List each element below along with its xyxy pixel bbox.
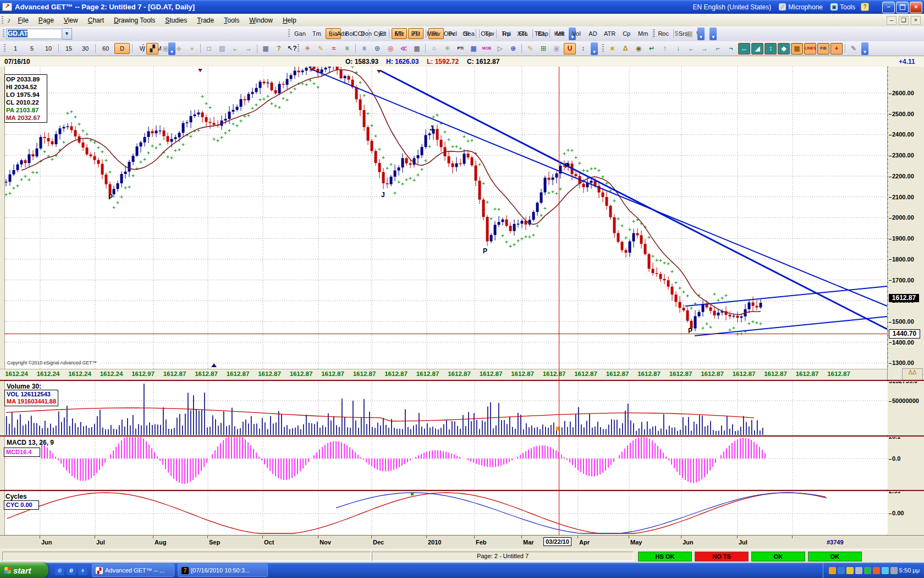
expand-d-icon[interactable]: ◢: [751, 43, 763, 54]
price-alert-line[interactable]: [4, 334, 887, 334]
menu-tools[interactable]: Tools: [219, 15, 244, 25]
menu-trade[interactable]: Trade: [192, 15, 219, 25]
toolbar-grip[interactable]: [653, 29, 655, 38]
study-button-sto[interactable]: Sto: [515, 28, 531, 39]
tray-network-icon[interactable]: [882, 567, 889, 574]
grid-tool-icon[interactable]: ▦: [411, 43, 423, 54]
study-button-15[interactable]: 15: [61, 43, 76, 54]
layouts-icon[interactable]: ⊞: [537, 43, 549, 54]
esignal-scales-icon[interactable]: ΔΔ: [902, 368, 923, 380]
toolbar-grip[interactable]: [142, 44, 144, 53]
note-balloon-icon[interactable]: ●: [186, 43, 198, 54]
study-button-jti[interactable]: JTI: [408, 28, 424, 39]
home-icon[interactable]: ⌂: [657, 28, 669, 40]
expand-v-icon[interactable]: ↕: [765, 43, 777, 54]
study-button-10[interactable]: 10: [41, 43, 56, 54]
menu-studies[interactable]: Studies: [160, 15, 192, 25]
toolbar-grip[interactable]: [288, 29, 290, 38]
study-button-30[interactable]: 30: [78, 43, 93, 54]
study-button-vol[interactable]: Vol: [569, 28, 584, 39]
funds-icon[interactable]: $: [670, 28, 683, 40]
tray-monitor-icon[interactable]: [838, 567, 845, 574]
scroll-down-icon[interactable]: ↓: [672, 43, 684, 54]
gann-tools-icon[interactable]: ✳: [301, 43, 314, 54]
taskbar-window-button[interactable]: 7[07/16/2010 10:50:3...: [178, 564, 268, 577]
price-chart-panel[interactable]: PJJPPPCopyright ©2010 eSignal Advanced G…: [4, 67, 888, 369]
study-button-cci[interactable]: CCI: [351, 28, 366, 39]
microphone-button[interactable]: ∕Microphone: [777, 3, 825, 11]
toolbar-overflow-button[interactable]: ▼: [710, 28, 717, 40]
expand-h-icon[interactable]: ↔: [738, 43, 750, 54]
save-icon[interactable]: ▤: [216, 43, 228, 54]
time-axis[interactable]: JunJulAugSepOctNovDec2010FebMarAprMayJun…: [0, 535, 924, 549]
time-clock-icon[interactable]: ⊙: [371, 43, 383, 54]
toolbar-overflow-button[interactable]: ▼: [591, 42, 598, 55]
langbar-help-button[interactable]: ?: [861, 3, 869, 11]
tray-antivirus-icon[interactable]: [864, 567, 871, 574]
study-button-mac[interactable]: Mac: [425, 28, 441, 39]
edit-page-icon[interactable]: ✎: [848, 43, 860, 54]
langbar-tools-button[interactable]: ▣Tools: [828, 3, 857, 11]
eraser-icon[interactable]: ◆: [173, 43, 185, 54]
study-button-etr[interactable]: ETr: [392, 28, 407, 39]
target-icon[interactable]: ◎: [384, 43, 397, 54]
mdi-close-button[interactable]: ×: [911, 16, 921, 25]
messenger-icon[interactable]: ♦: [78, 566, 87, 575]
study-button-osc[interactable]: Osc: [479, 28, 494, 39]
mdi-restore-button[interactable]: ❏: [899, 16, 909, 25]
study-button-mm[interactable]: Mm: [635, 28, 651, 39]
fib-icon[interactable]: FIB: [817, 43, 829, 54]
menu-page[interactable]: Page: [34, 15, 59, 25]
study-button-gan[interactable]: Gan: [292, 28, 308, 39]
study-button-oi[interactable]: OI: [458, 28, 474, 39]
help-icon[interactable]: ?: [273, 43, 285, 54]
page-down-icon[interactable]: ¬: [725, 43, 737, 54]
new-chart-icon[interactable]: □: [203, 43, 215, 54]
study-button-tci[interactable]: TCI: [532, 28, 547, 39]
volume-panel[interactable]: [4, 381, 888, 435]
panel-separator[interactable]: [0, 380, 924, 381]
pencil-icon[interactable]: ✎: [315, 43, 327, 54]
toolbar-grip[interactable]: [331, 29, 332, 38]
symbol-input[interactable]: GD.AT: [6, 29, 62, 39]
ellipse-tool-icon[interactable]: ○: [428, 43, 440, 54]
fib-time-icon[interactable]: ✳: [441, 43, 453, 54]
tray-device-icon[interactable]: [855, 567, 862, 574]
options-icon[interactable]: ◉: [632, 43, 645, 54]
unlock-icon[interactable]: ▣: [551, 43, 563, 54]
panel-separator[interactable]: [0, 435, 924, 437]
pointer-note-icon[interactable]: ▷: [494, 43, 506, 54]
symbol-combo[interactable]: GD.AT ▼: [6, 28, 72, 40]
lock-icon[interactable]: ▣: [160, 43, 172, 54]
language-indicator[interactable]: EN English (United States): [691, 3, 774, 11]
watchlist-scales-icon[interactable]: Δ: [619, 43, 631, 54]
close-button[interactable]: ×: [910, 2, 922, 13]
collapse-icon[interactable]: ◆: [778, 43, 790, 54]
layout-chart-icon[interactable]: ▦: [684, 28, 696, 40]
mdi-minimize-button[interactable]: –: [887, 16, 897, 25]
menu-view[interactable]: View: [59, 15, 83, 25]
fan-lines-icon[interactable]: ≪: [398, 43, 410, 54]
tray-volume-icon[interactable]: [890, 567, 898, 574]
menu-chart[interactable]: Chart: [83, 15, 109, 25]
study-button-cyc[interactable]: Cyc: [371, 28, 387, 39]
menu-help[interactable]: Help: [278, 15, 301, 25]
pti-icon[interactable]: PTI: [454, 43, 466, 54]
study-button-atr[interactable]: ATR: [602, 28, 618, 39]
study-button-mfi[interactable]: Mfi: [552, 28, 568, 39]
start-button[interactable]: start: [0, 563, 48, 578]
panel-separator[interactable]: [0, 490, 924, 491]
study-button-1[interactable]: 1: [8, 43, 23, 54]
toolbar-grip[interactable]: [298, 44, 299, 53]
restore-button[interactable]: [896, 2, 909, 13]
crosshair-icon[interactable]: +: [831, 43, 843, 54]
tray-updates-icon[interactable]: [873, 567, 880, 574]
open-folder-icon[interactable]: ■: [606, 43, 618, 54]
study-button-ad[interactable]: AD: [585, 28, 601, 39]
mob-icon[interactable]: MOB: [481, 43, 493, 54]
study-button-adx[interactable]: Adx: [334, 28, 350, 39]
toolbar-grip[interactable]: [4, 44, 6, 53]
multi-lines-icon[interactable]: ≡: [358, 43, 370, 54]
scroll-right-icon[interactable]: →: [698, 43, 711, 54]
menu-window[interactable]: Window: [244, 15, 278, 25]
